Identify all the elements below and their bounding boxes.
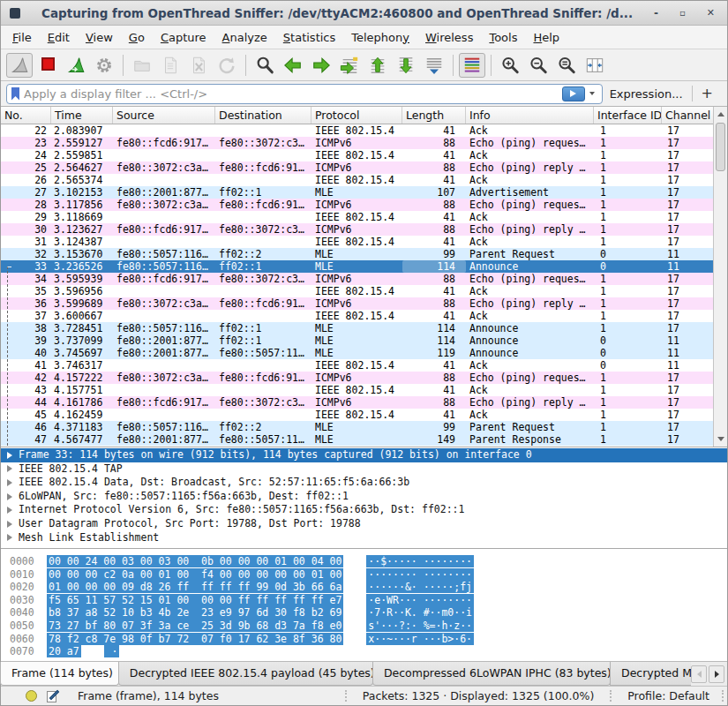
packet-row-34[interactable]: 343.595939fe80::fcd6:917…fe80::3072:c3…I… xyxy=(1,273,715,285)
menu-item-statistics[interactable]: Statistics xyxy=(275,27,343,48)
hex-ascii[interactable]: ·e·WR··· ········ xyxy=(366,594,474,606)
hex-bytes[interactable]: f5 65 11 57 52 15 01 00 00 00 ff ff ff f… xyxy=(47,594,343,606)
packet-row-41[interactable]: 413.746317IEEE 802.15.441Ack011 xyxy=(1,359,715,372)
hex-bytes[interactable]: 20 a7 xyxy=(47,645,81,657)
detail-line-0[interactable]: Frame 33: 114 bytes on wire (912 bits), … xyxy=(1,448,727,462)
capture-options-button[interactable] xyxy=(91,53,117,78)
bookmark-icon[interactable] xyxy=(11,87,19,101)
byte-view-tab-2[interactable]: Decompressed 6LoWPAN IPHC (83 bytes) xyxy=(372,662,611,686)
packet-row-47[interactable]: 474.567477fe80::2001:877…fe80::5057:11…M… xyxy=(1,433,715,446)
close-button[interactable]: ✕ xyxy=(707,8,715,19)
capture-comment-icon[interactable] xyxy=(46,690,58,702)
column-header-destination[interactable]: Destination xyxy=(215,107,311,124)
minimize-button[interactable]: - xyxy=(654,8,658,19)
byte-view-tab-0[interactable]: Frame (114 bytes) xyxy=(0,662,119,686)
hex-ascii[interactable]: ········ ········ xyxy=(366,568,474,581)
scroll-up-button[interactable] xyxy=(714,108,727,121)
zoom-in-button[interactable] xyxy=(497,53,523,78)
hex-bytes[interactable]: b8 37 a8 52 10 b3 4b 2e 23 e9 97 6d 30 f… xyxy=(47,606,343,619)
menu-item-capture[interactable]: Capture xyxy=(153,27,214,48)
expand-arrow-icon[interactable] xyxy=(7,534,12,541)
menu-item-edit[interactable]: Edit xyxy=(40,27,78,48)
packet-row-44[interactable]: 444.161786fe80::fcd6:917…fe80::3072:c3…I… xyxy=(1,396,715,409)
detail-line-1[interactable]: IEEE 802.15.4 TAP xyxy=(1,462,727,477)
zoom-reset-button[interactable] xyxy=(553,53,580,78)
menu-item-tools[interactable]: Tools xyxy=(481,27,525,48)
colorize-button[interactable] xyxy=(459,53,485,78)
packet-row-23[interactable]: 232.559127fe80::fcd6:917…fe80::3072:c3…I… xyxy=(1,137,715,149)
packet-row-40[interactable]: 403.745697fe80::2001:877…fe80::5057:11…M… xyxy=(1,347,715,359)
expand-arrow-icon[interactable] xyxy=(7,507,12,514)
column-header-length[interactable]: Length xyxy=(402,107,466,124)
menu-item-help[interactable]: Help xyxy=(525,27,567,48)
packet-row-43[interactable]: 434.157751IEEE 802.15.441Ack117 xyxy=(1,384,715,396)
packet-row-36[interactable]: 363.599689fe80::3072:c3a…fe80::fcd6:91…I… xyxy=(1,297,715,310)
resize-columns-button[interactable] xyxy=(582,53,608,78)
expand-arrow-icon[interactable] xyxy=(7,521,12,528)
byte-view-tab-3[interactable]: Decrypted ML xyxy=(610,662,691,686)
go-to-packet-button[interactable] xyxy=(336,53,363,78)
column-header-source[interactable]: Source xyxy=(113,107,215,124)
menu-item-go[interactable]: Go xyxy=(121,27,153,48)
packet-row-30[interactable]: 303.123627fe80::fcd6:917…fe80::3072:c3…I… xyxy=(1,223,715,236)
auto-scroll-button[interactable] xyxy=(421,53,447,78)
column-header-time[interactable]: Time xyxy=(51,107,113,124)
tab-scroll-right-button[interactable] xyxy=(709,665,724,683)
packet-row-46[interactable]: 464.371183fe80::5057:116…ff02::2MLE99Par… xyxy=(1,421,715,433)
packet-row-29[interactable]: 293.118669IEEE 802.15.441Ack117 xyxy=(1,211,715,223)
expand-arrow-icon[interactable] xyxy=(7,452,12,459)
packet-row-24[interactable]: 242.559851IEEE 802.15.441Ack117 xyxy=(1,149,715,161)
resize-grip[interactable] xyxy=(722,690,724,702)
filter-history-dropdown-icon[interactable] xyxy=(589,92,595,95)
status-profile[interactable]: Profile: Default xyxy=(619,689,722,702)
hex-ascii[interactable]: ·7·R··K. #··m0··i xyxy=(366,606,474,619)
expand-arrow-icon[interactable] xyxy=(7,465,12,472)
expression-button[interactable]: Expression... xyxy=(610,87,683,101)
go-forward-button[interactable] xyxy=(308,53,334,78)
column-header-interface-id[interactable]: Interface ID xyxy=(594,107,662,124)
byte-view-tab-1[interactable]: Decrypted IEEE 802.15.4 payload (45 byte… xyxy=(118,662,373,686)
scroll-down-button[interactable] xyxy=(714,432,727,446)
hex-row-0030[interactable]: 0030f5 65 11 57 52 15 01 00 00 00 ff ff … xyxy=(10,594,727,607)
packet-row-42[interactable]: 424.157222fe80::3072:c3a…fe80::fcd6:91…I… xyxy=(1,372,715,384)
start-capture-button[interactable] xyxy=(6,53,33,78)
hex-ascii[interactable]: ··$····· ········ xyxy=(366,555,474,567)
packet-row-33[interactable]: 333.236526fe80::5057:116…ff02::1MLE114An… xyxy=(1,260,715,273)
detail-line-6[interactable]: Mesh Link Establishment xyxy=(1,531,727,545)
hex-row-0010[interactable]: 001000 00 00 c2 0a 00 01 00 f4 00 00 00 … xyxy=(10,568,727,582)
hex-bytes[interactable]: 78 f2 c8 7e 98 0f b7 72 07 f0 17 62 3e 8… xyxy=(47,633,343,645)
menu-item-analyze[interactable]: Analyze xyxy=(214,27,275,48)
display-filter-input[interactable]: Apply a display filter ... <Ctrl-/> xyxy=(6,84,603,104)
find-packet-button[interactable] xyxy=(251,53,278,78)
scrollbar-thumb[interactable] xyxy=(716,123,725,171)
menu-item-file[interactable]: File xyxy=(4,27,40,48)
hex-ascii[interactable]: ······&· ·····;fj xyxy=(366,581,474,593)
go-first-button[interactable] xyxy=(364,53,391,78)
detail-line-5[interactable]: User Datagram Protocol, Src Port: 19788,… xyxy=(1,517,727,531)
packet-row-28[interactable]: 283.117856fe80::3072:c3a…fe80::fcd6:91…I… xyxy=(1,199,715,211)
stop-capture-button[interactable] xyxy=(34,53,61,78)
packet-row-37[interactable]: 373.600667IEEE 802.15.441Ack117 xyxy=(1,310,715,322)
detail-line-4[interactable]: Internet Protocol Version 6, Src: fe80::… xyxy=(1,503,727,517)
packet-row-35[interactable]: 353.596956IEEE 802.15.441Ack117 xyxy=(1,285,715,297)
expert-info-icon[interactable] xyxy=(26,690,37,702)
packet-row-38[interactable]: 383.728451fe80::5057:116…ff02::1MLE114An… xyxy=(1,322,715,334)
column-header-no[interactable]: No. xyxy=(1,107,51,124)
hex-row-0040[interactable]: 0040b8 37 a8 52 10 b3 4b 2e 23 e9 97 6d … xyxy=(10,606,727,620)
packet-row-32[interactable]: 323.153670fe80::5057:116…ff02::2MLE99Par… xyxy=(1,248,715,260)
hex-ascii[interactable]: x··~···r ···b>·6· xyxy=(366,633,474,645)
packet-row-31[interactable]: 313.124387IEEE 802.15.441Ack117 xyxy=(1,236,715,248)
hex-bytes[interactable]: 00 00 00 c2 0a 00 01 00 f4 00 00 00 00 0… xyxy=(47,568,343,581)
detail-line-2[interactable]: IEEE 802.15.4 Data, Dst: Broadcast, Src:… xyxy=(1,476,727,490)
menu-item-view[interactable]: View xyxy=(78,27,121,48)
column-header-info[interactable]: Info xyxy=(466,107,594,124)
detail-line-3[interactable]: 6LoWPAN, Src: fe80::5057:1165:f56a:663b,… xyxy=(1,490,727,504)
restart-capture-button[interactable] xyxy=(63,53,89,78)
packet-row-39[interactable]: 393.737099fe80::2001:877…ff02::1MLE114An… xyxy=(1,334,715,347)
hex-ascii[interactable]: · xyxy=(104,645,120,657)
hex-bytes[interactable]: 01 00 00 00 09 d8 26 ff ff ff ff 99 0d 3… xyxy=(47,581,343,593)
packet-row-22[interactable]: 222.083907IEEE 802.15.441Ack117 xyxy=(1,124,715,137)
hex-row-0050[interactable]: 005073 27 bf 80 07 3f 3a ce 25 3d 9b 68 … xyxy=(10,620,727,633)
status-separator[interactable] xyxy=(345,690,347,702)
hex-row-0060[interactable]: 006078 f2 c8 7e 98 0f b7 72 07 f0 17 62 … xyxy=(10,633,727,646)
